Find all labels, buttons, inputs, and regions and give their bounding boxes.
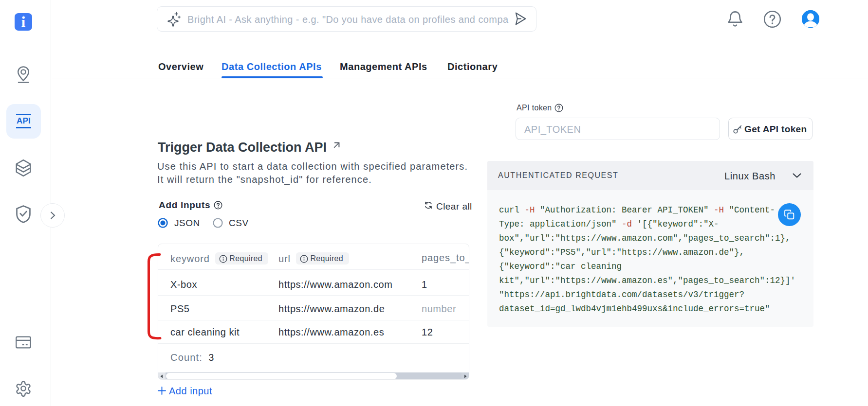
svg-text:i: i [21, 14, 25, 30]
